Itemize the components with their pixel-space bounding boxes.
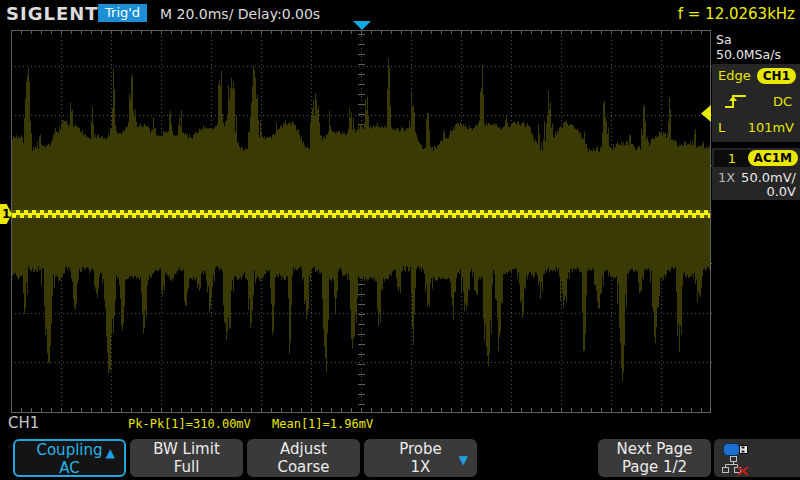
measurement-mean: Mean[1]=1.96mV (272, 417, 373, 431)
oscilloscope-screen: SIGLENT Trig'd M 20.0ms/ Delay:0.00s f =… (0, 0, 800, 480)
siglent-logo: SIGLENT (6, 3, 99, 24)
trigger-panel[interactable]: Edge CH1 DC L 101mV (712, 64, 800, 142)
trigger-status-badge: Trig'd (98, 4, 147, 22)
coupling-button[interactable]: Coupling AC ▲ (13, 439, 126, 477)
next-page-button-value: Page 1/2 (598, 458, 711, 476)
trigger-type-label: Edge (718, 68, 751, 83)
channel-number-chip: 1 (714, 150, 750, 167)
channel-offset-label: 0.0V (766, 184, 796, 199)
lan-disconnected-icon (721, 456, 751, 476)
next-page-button[interactable]: Next Page Page 1/2 (598, 439, 711, 477)
volts-per-div-label: 50.0mV/ (741, 170, 796, 185)
sample-rate-label: Sa 50.0MSa/s (716, 32, 800, 62)
channel1-panel[interactable]: 1 AC1M 1X 50.0mV/ 0.0V (712, 148, 800, 200)
probe-button[interactable]: Probe 1X ▼ (364, 439, 477, 477)
bw-limit-button-label: BW Limit (130, 440, 243, 458)
channel-name-label: CH1 (8, 414, 39, 432)
down-arrow-icon: ▼ (459, 451, 468, 469)
probe-attenuation-label: 1X (718, 170, 735, 185)
channel-coupling-badge: AC1M (748, 150, 798, 166)
next-page-button-label: Next Page (598, 440, 711, 458)
adjust-button-value: Coarse (247, 458, 360, 476)
waveform-canvas (0, 30, 712, 413)
adjust-button-label: Adjust (247, 440, 360, 458)
frequency-readout: f = 12.0263kHz (678, 5, 795, 23)
up-arrow-icon: ▲ (106, 444, 115, 462)
measurement-pkpk: Pk-Pk[1]=310.00mV (128, 417, 251, 431)
trigger-position-marker-icon[interactable] (353, 21, 371, 30)
trigger-level-value: 101mV (748, 120, 794, 135)
bw-limit-button[interactable]: BW Limit Full (130, 439, 243, 477)
io-status-panel (714, 439, 800, 477)
trigger-level-prefix: L (718, 120, 725, 135)
adjust-button[interactable]: Adjust Coarse (247, 439, 360, 477)
trigger-coupling-label: DC (773, 94, 792, 109)
bw-limit-button-value: Full (130, 458, 243, 476)
rising-edge-icon (724, 92, 748, 110)
trigger-source-badge: CH1 (757, 68, 796, 84)
usb-icon (723, 443, 749, 456)
sidebar: Sa 50.0MSa/s Curr 14.0Mpts Edge CH1 DC L… (712, 30, 800, 432)
timebase-readout: M 20.0ms/ Delay:0.00s (160, 6, 320, 22)
